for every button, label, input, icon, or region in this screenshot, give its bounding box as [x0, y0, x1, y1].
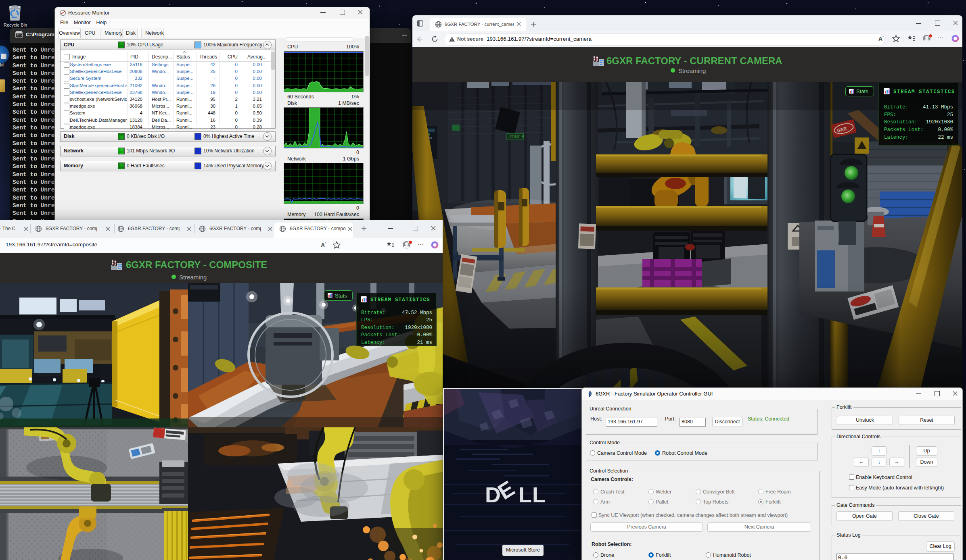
svg-text:C:\: C:\ — [17, 34, 22, 37]
svg-text:L: L — [519, 483, 532, 507]
svg-text:L: L — [532, 483, 546, 507]
